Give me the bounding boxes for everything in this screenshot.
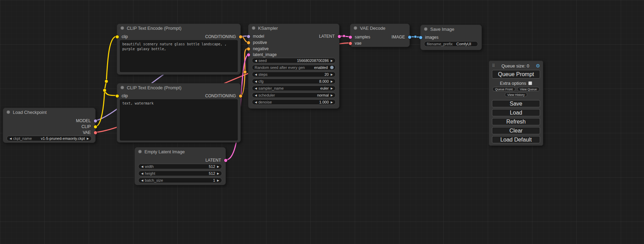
node-load-checkpoint[interactable]: Load Checkpoint MODEL CLIP VAE ◀ ckpt_na… (3, 108, 96, 143)
extra-options-row: Extra options (492, 80, 540, 86)
node-title-bar[interactable]: KSampler (248, 24, 339, 32)
node-vae-decode[interactable]: VAE Decode samples IMAGE vae (350, 24, 410, 47)
increment-arrow-icon[interactable]: ▶ (330, 101, 334, 104)
widget-filename-prefix[interactable]: filename_prefix ComfyUI (424, 41, 478, 47)
clear-button[interactable]: Clear (492, 127, 540, 134)
conditioning-output-port[interactable] (239, 35, 242, 38)
node-title-bar[interactable]: Save Image (421, 25, 482, 33)
widget-cfg[interactable]: ◀ cfg 8.000 ▶ (252, 79, 336, 84)
clip-input-port[interactable] (116, 94, 119, 98)
widget-denoise[interactable]: ◀ denoise 1.000 ▶ (252, 99, 336, 105)
increment-arrow-icon[interactable]: ▶ (216, 165, 220, 168)
load-button[interactable]: Load (492, 109, 540, 116)
prompt-textarea[interactable]: text, watermark (120, 99, 238, 141)
widget-sampler-name[interactable]: ◀ sampler_name euler ▶ (252, 85, 336, 91)
collapse-dot-icon[interactable] (354, 26, 357, 30)
widget-batch-size[interactable]: ◀ batch_size 1 ▶ (138, 178, 222, 183)
node-title-bar[interactable]: CLIP Text Encode (Prompt) (117, 83, 240, 92)
conditioning-output-port[interactable] (239, 94, 242, 98)
increment-arrow-icon[interactable]: ▶ (216, 179, 220, 182)
collapse-dot-icon[interactable] (121, 26, 124, 30)
refresh-button[interactable]: Refresh (492, 118, 540, 125)
reroute-dot-clip-1[interactable] (103, 89, 106, 92)
node-title-bar[interactable]: Empty Latent Image (135, 147, 226, 156)
negative-input-port[interactable] (247, 47, 250, 51)
decrement-arrow-icon[interactable]: ◀ (254, 87, 258, 90)
latent-output-port[interactable] (224, 159, 227, 162)
input-slot-latent-image: latent_image (248, 52, 277, 57)
node-title: Empty Latent Image (144, 149, 185, 154)
increment-arrow-icon[interactable]: ▶ (216, 172, 220, 175)
collapse-dot-icon[interactable] (121, 86, 124, 89)
images-input-port[interactable] (419, 36, 422, 39)
widget-random-seed-toggle[interactable]: Random seed after every gen enabled (252, 65, 336, 70)
extra-options-label: Extra options (500, 81, 526, 86)
view-queue-button[interactable]: View Queue (517, 87, 540, 91)
decrement-arrow-icon[interactable]: ◀ (254, 80, 258, 83)
toggle-dot[interactable] (330, 66, 334, 69)
model-output-port[interactable] (94, 119, 97, 123)
decrement-arrow-icon[interactable]: ◀ (254, 73, 258, 76)
widget-steps[interactable]: ◀ steps 20 ▶ (252, 72, 336, 77)
prompt-textarea[interactable]: beautiful scenery nature glass bottle la… (120, 40, 238, 72)
widget-width[interactable]: ◀ width 512 ▶ (138, 164, 222, 169)
vae-input-port[interactable] (349, 42, 352, 45)
samples-input-port[interactable] (349, 36, 352, 39)
collapse-dot-icon[interactable] (7, 110, 10, 114)
clip-output-port[interactable] (94, 125, 97, 128)
increment-arrow-icon[interactable]: ▶ (330, 80, 334, 83)
decrement-arrow-icon[interactable]: ◀ (254, 59, 258, 62)
node-title: CLIP Text Encode (Prompt) (127, 26, 182, 31)
reroute-dot-image[interactable] (414, 35, 417, 38)
node-save-image[interactable]: Save Image images filename_prefix ComfyU… (420, 25, 482, 50)
collapse-dot-icon[interactable] (424, 27, 427, 31)
increment-arrow-icon[interactable]: ▶ (330, 73, 334, 76)
decrement-arrow-icon[interactable]: ◀ (254, 101, 258, 104)
node-empty-latent-image[interactable]: Empty Latent Image LATENT ◀ width 512 ▶ … (134, 147, 226, 185)
increment-arrow-icon[interactable]: ▶ (330, 94, 334, 97)
load-default-button[interactable]: Load Default (492, 136, 540, 143)
view-history-button[interactable]: View History (505, 92, 528, 97)
reroute-dot-conditioning[interactable] (243, 70, 247, 74)
increment-arrow-icon[interactable]: ▶ (330, 59, 334, 62)
node-ksampler[interactable]: KSampler model LATENT positive negative … (248, 24, 339, 109)
output-slot-latent: LATENT (205, 158, 226, 163)
settings-gear-icon[interactable]: ⚙ (536, 63, 540, 69)
latent-output-port[interactable] (338, 35, 341, 38)
increment-arrow-icon[interactable]: ▶ (86, 137, 90, 140)
node-clip-text-encode-positive[interactable]: CLIP Text Encode (Prompt) clip CONDITION… (117, 24, 241, 75)
collapse-dot-icon[interactable] (138, 150, 142, 153)
reroute-dot-latent[interactable] (343, 35, 345, 37)
slot-label: clip (122, 34, 128, 39)
positive-input-port[interactable] (247, 41, 250, 44)
decrement-arrow-icon[interactable]: ◀ (9, 137, 12, 140)
decrement-arrow-icon[interactable]: ◀ (140, 172, 144, 175)
drag-handle-icon[interactable]: ⠿ (492, 63, 495, 68)
output-slot-image: IMAGE (391, 35, 409, 39)
extra-options-checkbox[interactable] (528, 81, 532, 85)
decrement-arrow-icon[interactable]: ◀ (254, 94, 258, 97)
widget-ckpt-name[interactable]: ◀ ckpt_name v1-5-pruned-emaonly.ckpt ▶ (7, 136, 92, 141)
save-button[interactable]: Save (492, 100, 540, 107)
widget-scheduler[interactable]: ◀ scheduler normal ▶ (252, 92, 336, 98)
vae-output-port[interactable] (94, 131, 97, 134)
clip-input-port[interactable] (116, 35, 119, 38)
decrement-arrow-icon[interactable]: ◀ (140, 179, 144, 182)
decrement-arrow-icon[interactable]: ◀ (140, 165, 144, 168)
reroute-dot-clip-2[interactable] (105, 80, 108, 83)
latent-image-input-port[interactable] (247, 53, 250, 56)
node-title-bar[interactable]: VAE Decode (350, 24, 409, 32)
widget-value: 512 (209, 164, 215, 169)
node-title-bar[interactable]: CLIP Text Encode (Prompt) (117, 24, 240, 32)
widget-seed[interactable]: ◀ seed 156680208700286 ▶ (252, 58, 336, 63)
widget-label: sampler_name (258, 86, 284, 90)
widget-height[interactable]: ◀ height 512 ▶ (138, 171, 222, 176)
queue-front-button[interactable]: Queue Front (492, 87, 515, 91)
model-input-port[interactable] (247, 35, 250, 38)
increment-arrow-icon[interactable]: ▶ (330, 87, 334, 90)
image-output-port[interactable] (408, 36, 411, 39)
node-clip-text-encode-negative[interactable]: CLIP Text Encode (Prompt) clip CONDITION… (117, 83, 241, 143)
node-title-bar[interactable]: Load Checkpoint (3, 108, 95, 116)
queue-prompt-button[interactable]: Queue Prompt (492, 70, 540, 79)
collapse-dot-icon[interactable] (252, 26, 255, 30)
